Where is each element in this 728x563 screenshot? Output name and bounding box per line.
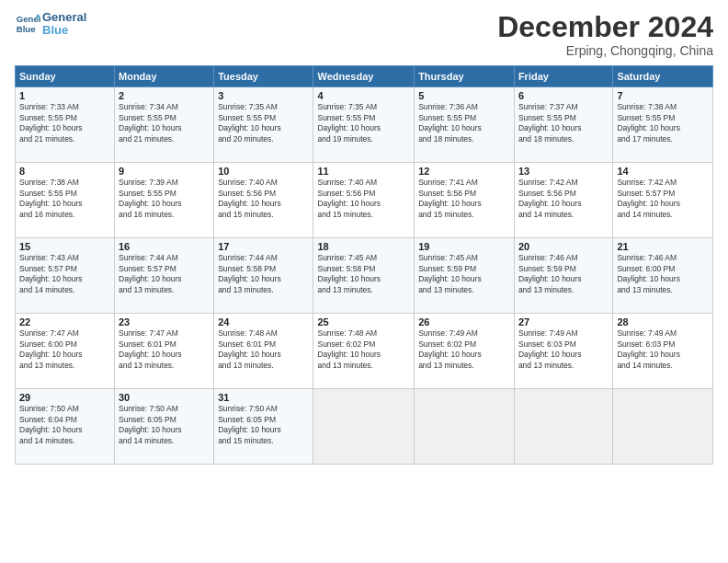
calendar-day-cell: 26Sunrise: 7:49 AM Sunset: 6:02 PM Dayli… bbox=[415, 314, 515, 389]
day-info: Sunrise: 7:50 AM Sunset: 6:05 PM Dayligh… bbox=[218, 404, 309, 446]
day-number: 9 bbox=[119, 166, 210, 177]
svg-text:Blue: Blue bbox=[17, 24, 36, 34]
calendar-day-cell: 2Sunrise: 7:34 AM Sunset: 5:55 PM Daylig… bbox=[115, 87, 214, 163]
day-number: 20 bbox=[518, 241, 609, 252]
day-info: Sunrise: 7:42 AM Sunset: 5:57 PM Dayligh… bbox=[617, 178, 709, 220]
weekday-header-cell: Thursday bbox=[415, 66, 515, 87]
month-title: December 2024 bbox=[497, 11, 713, 43]
calendar-day-cell bbox=[415, 389, 515, 465]
calendar-day-cell: 1Sunrise: 7:33 AM Sunset: 5:55 PM Daylig… bbox=[16, 87, 115, 163]
day-info: Sunrise: 7:48 AM Sunset: 6:01 PM Dayligh… bbox=[218, 328, 309, 371]
day-number: 6 bbox=[518, 90, 609, 101]
day-number: 8 bbox=[19, 166, 110, 177]
day-info: Sunrise: 7:40 AM Sunset: 5:56 PM Dayligh… bbox=[317, 178, 410, 220]
day-info: Sunrise: 7:47 AM Sunset: 6:00 PM Dayligh… bbox=[19, 328, 110, 371]
logo-text-line2: Blue bbox=[42, 24, 86, 37]
day-number: 31 bbox=[218, 392, 309, 403]
calendar-week-row: 1Sunrise: 7:33 AM Sunset: 5:55 PM Daylig… bbox=[16, 87, 713, 163]
day-info: Sunrise: 7:44 AM Sunset: 5:58 PM Dayligh… bbox=[218, 253, 309, 295]
day-info: Sunrise: 7:47 AM Sunset: 6:01 PM Dayligh… bbox=[119, 328, 210, 371]
day-number: 10 bbox=[218, 166, 309, 177]
calendar-day-cell: 28Sunrise: 7:49 AM Sunset: 6:03 PM Dayli… bbox=[613, 314, 713, 389]
day-info: Sunrise: 7:48 AM Sunset: 6:02 PM Dayligh… bbox=[317, 328, 410, 371]
calendar-day-cell: 12Sunrise: 7:41 AM Sunset: 5:56 PM Dayli… bbox=[415, 163, 515, 238]
calendar-day-cell: 13Sunrise: 7:42 AM Sunset: 5:56 PM Dayli… bbox=[514, 163, 612, 238]
calendar-day-cell: 27Sunrise: 7:49 AM Sunset: 6:03 PM Dayli… bbox=[514, 314, 612, 389]
location: Erping, Chongqing, China bbox=[497, 43, 713, 58]
day-number: 27 bbox=[518, 316, 609, 327]
calendar-day-cell: 6Sunrise: 7:37 AM Sunset: 5:55 PM Daylig… bbox=[514, 87, 612, 163]
calendar-day-cell: 16Sunrise: 7:44 AM Sunset: 5:57 PM Dayli… bbox=[115, 238, 214, 314]
day-number: 26 bbox=[418, 316, 510, 327]
calendar-day-cell: 20Sunrise: 7:46 AM Sunset: 5:59 PM Dayli… bbox=[514, 238, 612, 314]
calendar-day-cell: 15Sunrise: 7:43 AM Sunset: 5:57 PM Dayli… bbox=[16, 238, 115, 314]
day-info: Sunrise: 7:43 AM Sunset: 5:57 PM Dayligh… bbox=[19, 253, 110, 295]
calendar-day-cell: 4Sunrise: 7:35 AM Sunset: 5:55 PM Daylig… bbox=[313, 87, 415, 163]
day-number: 1 bbox=[19, 90, 110, 101]
day-info: Sunrise: 7:41 AM Sunset: 5:56 PM Dayligh… bbox=[418, 178, 510, 220]
weekday-header-cell: Friday bbox=[514, 66, 612, 87]
day-info: Sunrise: 7:50 AM Sunset: 6:05 PM Dayligh… bbox=[119, 404, 210, 446]
weekday-header-cell: Monday bbox=[115, 66, 214, 87]
day-info: Sunrise: 7:34 AM Sunset: 5:55 PM Dayligh… bbox=[119, 102, 210, 144]
day-info: Sunrise: 7:37 AM Sunset: 5:55 PM Dayligh… bbox=[518, 102, 609, 144]
day-number: 18 bbox=[317, 241, 410, 252]
calendar-day-cell bbox=[613, 389, 713, 465]
calendar-body: 1Sunrise: 7:33 AM Sunset: 5:55 PM Daylig… bbox=[16, 87, 713, 465]
day-number: 24 bbox=[218, 316, 309, 327]
day-number: 7 bbox=[617, 90, 709, 101]
day-info: Sunrise: 7:42 AM Sunset: 5:56 PM Dayligh… bbox=[518, 178, 609, 220]
weekday-header-cell: Saturday bbox=[613, 66, 713, 87]
day-info: Sunrise: 7:45 AM Sunset: 5:58 PM Dayligh… bbox=[317, 253, 410, 295]
calendar-day-cell: 3Sunrise: 7:35 AM Sunset: 5:55 PM Daylig… bbox=[214, 87, 313, 163]
day-info: Sunrise: 7:49 AM Sunset: 6:03 PM Dayligh… bbox=[518, 328, 609, 371]
day-info: Sunrise: 7:50 AM Sunset: 6:04 PM Dayligh… bbox=[19, 404, 110, 446]
day-info: Sunrise: 7:40 AM Sunset: 5:56 PM Dayligh… bbox=[218, 178, 309, 220]
calendar-day-cell: 9Sunrise: 7:39 AM Sunset: 5:55 PM Daylig… bbox=[115, 163, 214, 238]
day-info: Sunrise: 7:45 AM Sunset: 5:59 PM Dayligh… bbox=[418, 253, 510, 295]
calendar-day-cell: 30Sunrise: 7:50 AM Sunset: 6:05 PM Dayli… bbox=[115, 389, 214, 465]
weekday-header-cell: Tuesday bbox=[214, 66, 313, 87]
day-number: 30 bbox=[119, 392, 210, 403]
day-number: 19 bbox=[418, 241, 510, 252]
day-info: Sunrise: 7:35 AM Sunset: 5:55 PM Dayligh… bbox=[317, 102, 410, 144]
calendar-day-cell bbox=[313, 389, 415, 465]
day-number: 15 bbox=[19, 241, 110, 252]
calendar-week-row: 29Sunrise: 7:50 AM Sunset: 6:04 PM Dayli… bbox=[16, 389, 713, 465]
calendar-day-cell: 22Sunrise: 7:47 AM Sunset: 6:00 PM Dayli… bbox=[16, 314, 115, 389]
day-info: Sunrise: 7:49 AM Sunset: 6:03 PM Dayligh… bbox=[617, 328, 709, 371]
day-info: Sunrise: 7:33 AM Sunset: 5:55 PM Dayligh… bbox=[19, 102, 110, 144]
day-number: 21 bbox=[617, 241, 709, 252]
day-info: Sunrise: 7:44 AM Sunset: 5:57 PM Dayligh… bbox=[119, 253, 210, 295]
calendar-week-row: 22Sunrise: 7:47 AM Sunset: 6:00 PM Dayli… bbox=[16, 314, 713, 389]
day-number: 14 bbox=[617, 166, 709, 177]
header: General Blue General Blue December 2024 … bbox=[15, 11, 713, 58]
day-number: 28 bbox=[617, 316, 709, 327]
title-block: December 2024 Erping, Chongqing, China bbox=[497, 11, 713, 58]
day-number: 29 bbox=[19, 392, 110, 403]
calendar-day-cell: 11Sunrise: 7:40 AM Sunset: 5:56 PM Dayli… bbox=[313, 163, 415, 238]
day-number: 4 bbox=[317, 90, 410, 101]
day-info: Sunrise: 7:39 AM Sunset: 5:55 PM Dayligh… bbox=[119, 178, 210, 220]
day-number: 17 bbox=[218, 241, 309, 252]
weekday-header-cell: Wednesday bbox=[313, 66, 415, 87]
day-info: Sunrise: 7:35 AM Sunset: 5:55 PM Dayligh… bbox=[218, 102, 309, 144]
calendar-day-cell: 29Sunrise: 7:50 AM Sunset: 6:04 PM Dayli… bbox=[16, 389, 115, 465]
calendar-day-cell: 31Sunrise: 7:50 AM Sunset: 6:05 PM Dayli… bbox=[214, 389, 313, 465]
calendar-day-cell: 7Sunrise: 7:38 AM Sunset: 5:55 PM Daylig… bbox=[613, 87, 713, 163]
logo-icon: General Blue bbox=[15, 11, 40, 37]
day-number: 25 bbox=[317, 316, 410, 327]
day-info: Sunrise: 7:36 AM Sunset: 5:55 PM Dayligh… bbox=[418, 102, 510, 144]
day-info: Sunrise: 7:46 AM Sunset: 6:00 PM Dayligh… bbox=[617, 253, 709, 295]
day-info: Sunrise: 7:49 AM Sunset: 6:02 PM Dayligh… bbox=[418, 328, 510, 371]
calendar-day-cell: 10Sunrise: 7:40 AM Sunset: 5:56 PM Dayli… bbox=[214, 163, 313, 238]
calendar-day-cell: 24Sunrise: 7:48 AM Sunset: 6:01 PM Dayli… bbox=[214, 314, 313, 389]
weekday-header-cell: Sunday bbox=[16, 66, 115, 87]
calendar-week-row: 15Sunrise: 7:43 AM Sunset: 5:57 PM Dayli… bbox=[16, 238, 713, 314]
calendar-day-cell: 18Sunrise: 7:45 AM Sunset: 5:58 PM Dayli… bbox=[313, 238, 415, 314]
day-number: 11 bbox=[317, 166, 410, 177]
day-number: 3 bbox=[218, 90, 309, 101]
day-info: Sunrise: 7:38 AM Sunset: 5:55 PM Dayligh… bbox=[617, 102, 709, 144]
calendar-day-cell: 23Sunrise: 7:47 AM Sunset: 6:01 PM Dayli… bbox=[115, 314, 214, 389]
calendar-week-row: 8Sunrise: 7:38 AM Sunset: 5:55 PM Daylig… bbox=[16, 163, 713, 238]
